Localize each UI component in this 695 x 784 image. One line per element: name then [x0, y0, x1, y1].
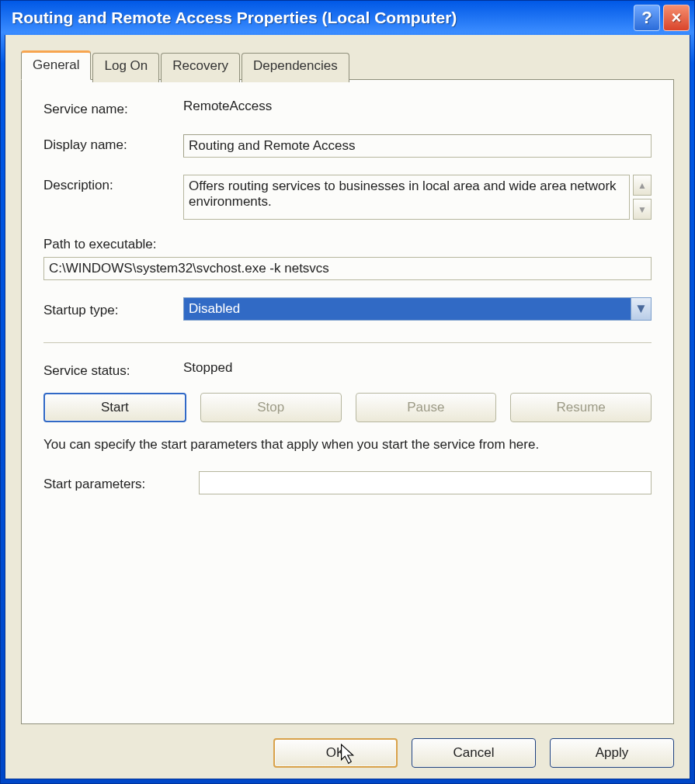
titlebar-buttons: ? ×	[634, 5, 690, 31]
chevron-down-icon: ▼	[634, 301, 648, 317]
label-service-name: Service name:	[43, 99, 183, 117]
path-field[interactable]: C:\WINDOWS\system32\svchost.exe -k netsv…	[43, 257, 652, 280]
scroll-up-button[interactable]: ▲	[633, 175, 652, 196]
ok-button[interactable]: OK	[273, 738, 398, 768]
row-service-status: Service status: Stopped	[43, 360, 652, 379]
row-display-name: Display name:	[43, 134, 652, 158]
client-area: General Log On Recovery Dependencies Ser…	[5, 35, 690, 779]
titlebar[interactable]: Routing and Remote Access Properties (Lo…	[1, 1, 694, 35]
service-control-buttons: Start Stop Pause Resume	[43, 393, 652, 422]
tab-general[interactable]: General	[21, 50, 91, 80]
pause-button: Pause	[356, 393, 497, 422]
help-icon: ?	[641, 8, 652, 28]
stop-button: Stop	[200, 393, 342, 422]
label-startup-type: Startup type:	[43, 300, 183, 318]
help-button[interactable]: ?	[634, 5, 660, 31]
value-service-name: RemoteAccess	[183, 99, 652, 114]
separator	[43, 342, 652, 343]
row-startup-type: Startup type: Disabled ▼	[43, 297, 652, 321]
display-name-field[interactable]	[183, 134, 652, 158]
startup-type-select[interactable]: Disabled ▼	[183, 297, 652, 321]
tab-logon-label: Log On	[104, 58, 148, 73]
row-path: Path to executable: C:\WINDOWS\system32\…	[43, 237, 652, 280]
start-params-hint: You can specify the start parameters tha…	[43, 436, 652, 454]
close-button[interactable]: ×	[663, 5, 690, 31]
description-field[interactable]: Offers routing services to businesses in…	[183, 175, 630, 220]
row-service-name: Service name: RemoteAccess	[43, 99, 652, 117]
value-service-status: Stopped	[183, 360, 652, 376]
tab-dependencies[interactable]: Dependencies	[242, 53, 349, 82]
cancel-button[interactable]: Cancel	[412, 738, 536, 768]
close-icon: ×	[672, 8, 682, 28]
tab-panel-general: Service name: RemoteAccess Display name:…	[21, 79, 674, 724]
label-display-name: Display name:	[43, 134, 183, 153]
tab-recovery[interactable]: Recovery	[161, 53, 240, 82]
resume-button: Resume	[510, 393, 652, 422]
start-params-field[interactable]	[199, 471, 652, 494]
description-scrollbar: ▲ ▼	[633, 175, 652, 220]
chevron-up-icon: ▲	[638, 180, 647, 191]
label-service-status: Service status:	[43, 360, 183, 379]
dialog-buttons: OK Cancel Apply	[21, 724, 674, 768]
properties-dialog: Routing and Remote Access Properties (Lo…	[0, 0, 695, 784]
startup-type-value: Disabled	[184, 298, 631, 320]
row-start-params: Start parameters:	[43, 471, 652, 494]
start-button[interactable]: Start	[43, 393, 186, 422]
row-description: Description: Offers routing services to …	[43, 175, 652, 220]
tab-general-label: General	[33, 57, 79, 72]
tab-dependencies-label: Dependencies	[253, 58, 338, 73]
window-title: Routing and Remote Access Properties (Lo…	[12, 9, 634, 27]
tab-recovery-label: Recovery	[172, 58, 228, 73]
apply-button[interactable]: Apply	[550, 738, 674, 768]
dropdown-button[interactable]: ▼	[631, 298, 651, 320]
label-description: Description:	[43, 175, 183, 193]
label-path: Path to executable:	[43, 237, 652, 252]
tab-strip: General Log On Recovery Dependencies	[21, 50, 674, 80]
tab-logon[interactable]: Log On	[92, 53, 159, 82]
scroll-down-button[interactable]: ▼	[633, 199, 652, 220]
chevron-down-icon: ▼	[638, 204, 647, 215]
label-start-params: Start parameters:	[43, 474, 199, 492]
